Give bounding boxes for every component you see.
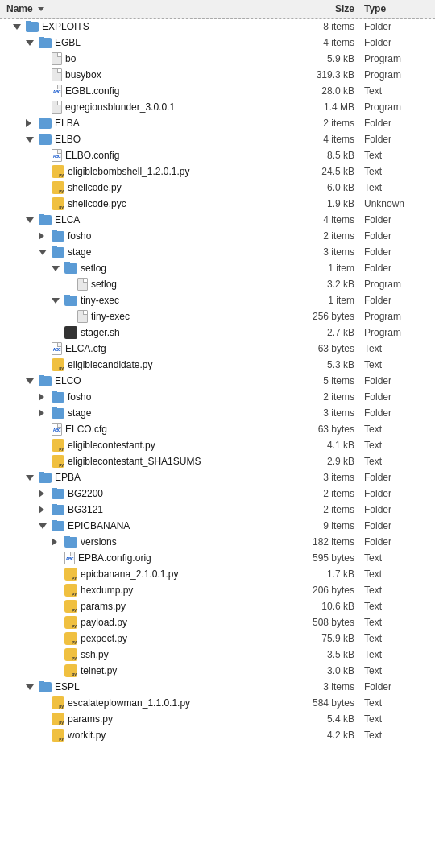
name-header[interactable]: Name — [6, 3, 292, 14]
list-item[interactable]: params.py5.4 kBText — [0, 711, 435, 727]
file-name: ELBO.config — [65, 150, 119, 161]
list-item[interactable]: bo5.9 kBProgram — [0, 51, 435, 67]
file-size: 2 items — [292, 230, 364, 242]
file-name: eligiblebombshell_1.2.0.1.py — [68, 166, 189, 177]
list-item[interactable]: stage3 itemsFolder — [0, 405, 435, 421]
list-item[interactable]: egregiousblunder_3.0.0.11.4 MBProgram — [0, 99, 435, 115]
file-size: 256 bytes — [292, 311, 364, 322]
list-item[interactable]: fosho2 itemsFolder — [0, 228, 435, 244]
toggle-icon — [39, 424, 48, 434]
list-item[interactable]: EXPLOITS8 itemsFolder — [0, 19, 435, 35]
toggle-icon[interactable] — [39, 489, 48, 498]
file-type: Text — [364, 730, 429, 741]
list-item[interactable]: versions182 itemsFolder — [0, 534, 435, 550]
toggle-icon[interactable] — [39, 247, 48, 257]
list-item[interactable]: tiny-exec1 itemFolder — [0, 292, 435, 308]
list-item[interactable]: epicbanana_2.1.0.1.py1.7 kBText — [0, 566, 435, 582]
toggle-icon[interactable] — [13, 22, 23, 31]
text-file-icon: ABC — [52, 149, 62, 162]
folder-icon — [39, 118, 52, 129]
file-size: 24.5 kB — [292, 166, 364, 177]
list-item[interactable]: ABCEPBA.config.orig595 bytesText — [0, 550, 435, 566]
list-item[interactable]: setlog3.2 kBProgram — [0, 276, 435, 292]
list-item[interactable]: stager.sh2.7 kBProgram — [0, 324, 435, 341]
list-item[interactable]: BG22002 itemsFolder — [0, 486, 435, 502]
toggle-icon — [64, 312, 74, 321]
row-name-cell: tiny-exec — [6, 295, 292, 306]
list-item[interactable]: shellcode.pyc1.9 kBUnknown — [0, 196, 435, 212]
list-item[interactable]: ELBO4 itemsFolder — [0, 131, 435, 147]
list-item[interactable]: payload.py508 bytesText — [0, 614, 435, 630]
toggle-icon[interactable] — [26, 376, 35, 386]
sort-icon[interactable] — [38, 7, 44, 11]
list-item[interactable]: stage3 itemsFolder — [0, 244, 435, 260]
file-size: 5 items — [292, 375, 364, 386]
toggle-icon[interactable] — [52, 263, 61, 273]
list-item[interactable]: eligiblecandidate.py5.3 kBText — [0, 357, 435, 373]
file-size: 182 items — [292, 536, 364, 548]
list-item[interactable]: eligiblecontestant_SHA1SUMS2.9 kBText — [0, 453, 435, 469]
generic-file-icon — [52, 101, 62, 114]
file-name: ssh.py — [81, 649, 109, 660]
toggle-icon[interactable] — [26, 118, 35, 128]
list-item[interactable]: setlog1 itemFolder — [0, 260, 435, 276]
list-item[interactable]: EGBL4 itemsFolder — [0, 35, 435, 51]
list-item[interactable]: eligiblecontestant.py4.1 kBText — [0, 437, 435, 453]
folder-icon — [26, 22, 39, 32]
list-item[interactable]: busybox319.3 kBProgram — [0, 67, 435, 83]
toggle-icon[interactable] — [26, 215, 35, 225]
list-item[interactable]: fosho2 itemsFolder — [0, 389, 435, 405]
list-item[interactable]: hexdump.py206 bytesText — [0, 582, 435, 598]
toggle-icon[interactable] — [26, 134, 35, 144]
list-item[interactable]: workit.py4.2 kBText — [0, 727, 435, 743]
list-item[interactable]: ELBA2 itemsFolder — [0, 115, 435, 131]
python-file-icon — [52, 439, 64, 452]
python-file-icon — [64, 632, 77, 645]
list-item[interactable]: ABCELCA.cfg63 bytesText — [0, 341, 435, 357]
toggle-icon[interactable] — [26, 38, 35, 48]
toggle-icon[interactable] — [26, 473, 35, 482]
list-item[interactable]: escalateplowman_1.1.0.1.py584 bytesText — [0, 695, 435, 711]
list-item[interactable]: ESPL3 itemsFolder — [0, 679, 435, 695]
toggle-icon[interactable] — [52, 537, 61, 547]
toggle-icon[interactable] — [39, 521, 48, 531]
list-item[interactable]: ABCEGBL.config28.0 kBText — [0, 83, 435, 99]
file-type: Program — [364, 311, 429, 322]
toggle-icon[interactable] — [26, 682, 35, 692]
file-size: 4.1 kB — [292, 440, 364, 451]
toggle-icon[interactable] — [39, 408, 48, 418]
file-type: Text — [364, 633, 429, 644]
row-name-cell: ELBA — [6, 118, 292, 129]
list-item[interactable]: BG31212 itemsFolder — [0, 502, 435, 518]
file-size: 3 items — [292, 681, 364, 692]
list-item[interactable]: EPICBANANA9 itemsFolder — [0, 518, 435, 534]
file-size: 1.4 MB — [292, 101, 364, 113]
list-item[interactable]: ABCELCO.cfg63 bytesText — [0, 421, 435, 437]
python-file-icon — [52, 696, 64, 709]
toggle-icon[interactable] — [39, 392, 48, 402]
list-item[interactable]: telnet.py3.0 kBText — [0, 663, 435, 679]
generic-file-icon — [77, 310, 88, 323]
list-item[interactable]: tiny-exec256 bytesProgram — [0, 308, 435, 324]
file-name: egregiousblunder_3.0.0.1 — [65, 101, 175, 113]
row-name-cell: ABCELBO.config — [6, 149, 292, 162]
list-item[interactable]: ssh.py3.5 kBText — [0, 647, 435, 663]
list-item[interactable]: ELCO5 itemsFolder — [0, 373, 435, 389]
toggle-icon[interactable] — [52, 296, 61, 305]
toggle-icon[interactable] — [39, 505, 48, 515]
list-item[interactable]: ELCA4 itemsFolder — [0, 212, 435, 228]
toggle-icon — [39, 167, 48, 176]
list-item[interactable]: pexpect.py75.9 kBText — [0, 630, 435, 647]
toggle-icon[interactable] — [39, 231, 48, 241]
list-item[interactable]: eligiblebombshell_1.2.0.1.py24.5 kBText — [0, 163, 435, 180]
row-name-cell: ssh.py — [6, 648, 292, 661]
file-name: ELBO — [55, 134, 81, 145]
file-type: Folder — [364, 118, 429, 129]
list-item[interactable]: ABCELBO.config8.5 kBText — [0, 147, 435, 163]
list-item[interactable]: params.py10.6 kBText — [0, 598, 435, 614]
file-size: 2.7 kB — [292, 327, 364, 338]
file-size: 319.3 kB — [292, 69, 364, 81]
list-item[interactable]: EPBA3 itemsFolder — [0, 469, 435, 486]
list-item[interactable]: shellcode.py6.0 kBText — [0, 180, 435, 196]
toggle-icon — [52, 328, 61, 337]
